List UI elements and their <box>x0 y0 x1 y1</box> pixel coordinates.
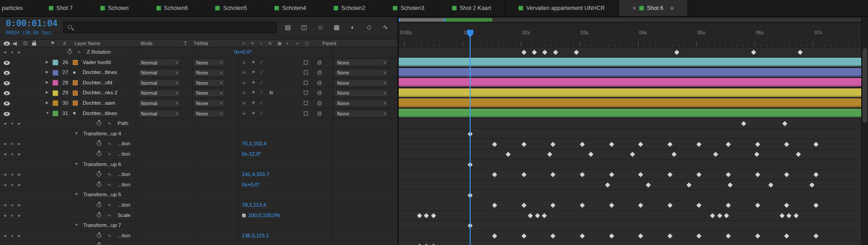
trkmat-dropdown[interactable]: None∨ <box>193 110 225 117</box>
prev-keyframe-icon[interactable]: ◀ <box>4 214 6 217</box>
next-keyframe-icon[interactable]: ▶ <box>18 142 20 146</box>
keyframe-icon[interactable] <box>521 142 526 147</box>
keyframe-icon[interactable] <box>755 152 760 157</box>
keyframe-icon[interactable] <box>553 50 558 55</box>
timeline-row[interactable] <box>399 200 861 211</box>
layer-row[interactable]: ▶29Dochter...nks 2Normal∨None∨☺☀∕fx@None… <box>0 88 397 98</box>
quality-switch-icon[interactable]: ∕ <box>261 80 262 85</box>
keyframe-icon[interactable] <box>784 233 789 238</box>
stopwatch-icon[interactable] <box>97 243 101 245</box>
property-value[interactable]: 0x+0,0° <box>242 182 259 187</box>
visibility-toggle-icon[interactable] <box>4 102 10 106</box>
keyframe-icon[interactable] <box>779 213 784 218</box>
navigator-strip[interactable] <box>399 17 861 23</box>
next-keyframe-icon[interactable]: ▶ <box>18 234 20 238</box>
keyframe-icon[interactable] <box>630 152 635 157</box>
parent-pickwhip-icon[interactable]: @ <box>317 100 322 106</box>
shy-switch-icon[interactable]: ☺ <box>241 80 246 85</box>
tab-vervallen-appartement-unhcr[interactable]: Vervallen appartement UNHCR <box>505 0 619 16</box>
auto-keyframe-icon[interactable]: ◇ <box>364 22 374 32</box>
prev-keyframe-icon[interactable]: ◀ <box>4 183 6 187</box>
keyframe-icon[interactable] <box>787 213 792 218</box>
tab-schoten[interactable]: Schoten <box>87 0 143 16</box>
keyframe-icon[interactable] <box>580 142 585 147</box>
keyframe-icon[interactable] <box>755 233 760 238</box>
3d-switch-icon[interactable] <box>304 81 308 85</box>
keyframe-icon[interactable] <box>783 121 788 126</box>
stopwatch-icon[interactable] <box>97 152 101 156</box>
group-name[interactable]: Transform...up 5 <box>83 192 121 197</box>
keyframe-icon[interactable] <box>710 213 715 218</box>
parent-dropdown[interactable]: None∨ <box>334 59 388 66</box>
visibility-toggle-icon[interactable] <box>4 81 10 85</box>
keyframe-icon[interactable] <box>813 142 818 147</box>
trkmat-dropdown[interactable]: None∨ <box>193 79 225 87</box>
property-value[interactable]: 141,4,103,7 <box>242 171 269 177</box>
keyframe-icon[interactable] <box>492 203 497 208</box>
mode-column-header[interactable]: Mode <box>141 41 152 46</box>
solo-column-icon[interactable] <box>24 42 27 45</box>
quality-switch-icon[interactable]: ∕ <box>261 90 262 95</box>
property-row[interactable]: ◀◆▶∿...tion141,4,103,7 <box>0 170 397 180</box>
vertical-scrollbar[interactable] <box>861 17 868 245</box>
stopwatch-icon[interactable] <box>97 233 101 238</box>
timeline-row[interactable] <box>399 88 861 98</box>
property-value[interactable]: 136,5,115,1 <box>242 233 269 238</box>
scrollbar-thumb[interactable] <box>863 48 867 123</box>
keyframe-icon[interactable] <box>609 172 614 177</box>
parent-dropdown[interactable]: None∨ <box>334 69 388 77</box>
tab-shot-7[interactable]: Shot 7 <box>35 0 87 16</box>
group-name[interactable]: Transform...up 4 <box>83 131 121 136</box>
close-icon[interactable]: × <box>632 5 636 11</box>
property-name[interactable]: Z Rotation <box>87 49 111 55</box>
trkmat-dropdown[interactable]: None∨ <box>193 99 225 107</box>
tab-particles[interactable]: particles <box>0 0 35 16</box>
layer-name[interactable]: Dochter...tlines <box>83 69 117 75</box>
expand-arrow-icon[interactable]: ▶ <box>46 101 48 105</box>
property-row[interactable]: ◀◆▶∿...tion78,2,113,4 <box>0 200 397 211</box>
mode-dropdown[interactable]: Normal∨ <box>138 99 180 107</box>
keyframe-icon[interactable] <box>727 182 732 187</box>
stopwatch-icon[interactable] <box>97 121 101 125</box>
layer-name-column-header[interactable]: Layer Name <box>75 41 100 46</box>
timeline-row[interactable] <box>399 180 861 190</box>
property-value[interactable]: 0x+0,0° <box>234 49 252 55</box>
3d-switch-icon[interactable] <box>304 101 308 105</box>
current-timecode[interactable]: 0:00:01:04 <box>6 18 57 28</box>
keyframe-icon[interactable] <box>697 142 702 147</box>
3d-switch-icon[interactable] <box>304 70 308 74</box>
prev-keyframe-icon[interactable]: ◀ <box>4 173 6 176</box>
keyframe-icon[interactable] <box>521 50 526 55</box>
quality-switch-icon[interactable]: ∕ <box>261 69 262 74</box>
keyframe-icon[interactable] <box>697 233 702 238</box>
property-value[interactable]: 78,2,113,4 <box>242 202 266 208</box>
keyframe-icon[interactable] <box>609 203 614 208</box>
graph-toggle-icon[interactable]: ∿ <box>108 213 111 217</box>
add-keyframe-icon[interactable]: ◆ <box>11 183 14 187</box>
keyframe-icon[interactable] <box>589 152 594 157</box>
next-keyframe-icon[interactable]: ▶ <box>18 214 20 217</box>
timeline-row[interactable] <box>399 68 861 78</box>
keyframe-icon[interactable] <box>697 203 702 208</box>
timeline-row[interactable] <box>399 78 861 88</box>
quality-switch-icon[interactable]: ∕ <box>261 60 262 65</box>
keyframe-icon[interactable] <box>755 142 760 147</box>
add-keyframe-icon[interactable]: ◆ <box>11 50 14 54</box>
tab-schoten6[interactable]: Schoten6 <box>143 0 202 16</box>
preserve-transparency-column-header[interactable]: T <box>184 41 187 46</box>
add-keyframe-icon[interactable]: ◆ <box>11 121 14 125</box>
layer-name[interactable]: Dochter...aam <box>83 100 115 106</box>
trkmat-column-header[interactable]: TrkMat <box>193 41 208 46</box>
keyframe-icon[interactable] <box>769 182 774 187</box>
group-name[interactable]: Transform...up 6 <box>83 162 121 167</box>
tab-schoten2[interactable]: Schoten2 <box>320 0 379 16</box>
keyframe-icon[interactable] <box>535 213 540 218</box>
property-row[interactable]: ◀◆▶∿Z Rotation0x+0,0° <box>0 47 397 58</box>
prev-keyframe-icon[interactable]: ◀ <box>4 142 6 146</box>
keyframe-icon[interactable] <box>713 152 718 157</box>
layer-name[interactable]: Dochter...ofd <box>83 80 112 85</box>
stopwatch-icon[interactable] <box>97 141 101 146</box>
expand-arrow-icon[interactable]: ▶ <box>46 70 48 74</box>
parent-column-header[interactable]: Parent <box>322 41 336 46</box>
layer-duration-bar[interactable] <box>399 58 861 66</box>
